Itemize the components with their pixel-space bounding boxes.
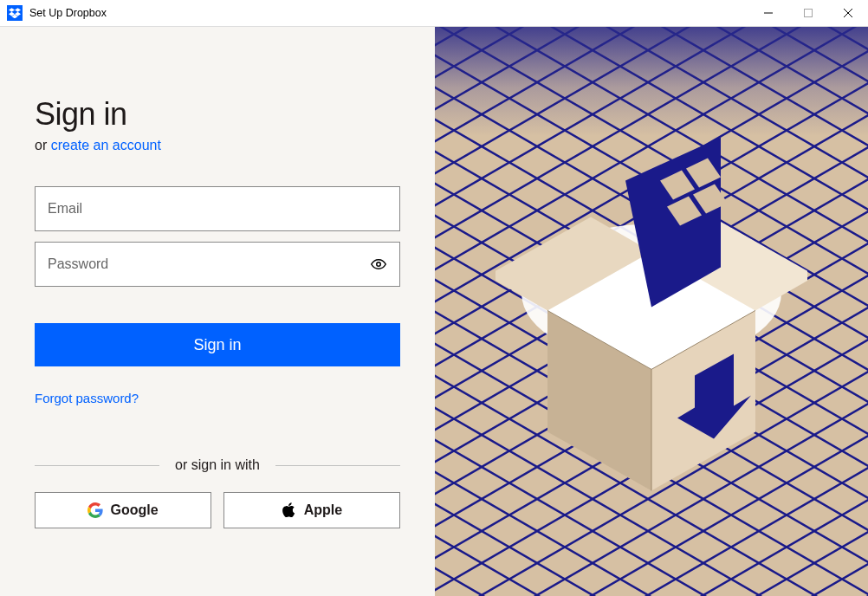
page-title: Sign in [35,96,400,133]
sso-divider: or sign in with [35,457,400,473]
password-input[interactable] [48,243,387,286]
sso-buttons: Google Apple [35,492,400,528]
signin-panel: Sign in or create an account Sign in For… [0,27,435,596]
minimize-button[interactable] [748,0,788,26]
divider-line-right [275,465,400,466]
create-account-row: or create an account [35,138,400,153]
maximize-button [788,0,828,26]
svg-rect-1 [805,10,813,17]
svg-point-4 [377,262,381,267]
forgot-password-link[interactable]: Forgot password? [35,391,400,405]
divider-label: or sign in with [159,457,275,473]
email-field-wrap [35,186,400,231]
password-field-wrap [35,242,400,287]
email-input[interactable] [48,187,387,230]
close-button[interactable] [828,0,868,26]
google-icon [87,502,103,518]
apple-icon [282,502,297,518]
illustration-panel [435,27,868,596]
divider-line-left [35,465,159,466]
open-box-illustration [496,137,807,501]
google-label: Google [110,502,158,518]
sign-in-button[interactable]: Sign in [35,323,400,366]
toggle-password-visibility-icon[interactable] [370,256,387,273]
google-sso-button[interactable]: Google [35,492,211,528]
titlebar: Set Up Dropbox [0,0,868,27]
dropbox-icon [7,5,23,21]
apple-sso-button[interactable]: Apple [223,492,400,528]
window-title: Set Up Dropbox [29,7,748,19]
apple-label: Apple [304,502,342,518]
create-account-link[interactable]: create an account [51,138,161,152]
window-controls [748,0,868,26]
or-prefix: or [35,138,51,152]
